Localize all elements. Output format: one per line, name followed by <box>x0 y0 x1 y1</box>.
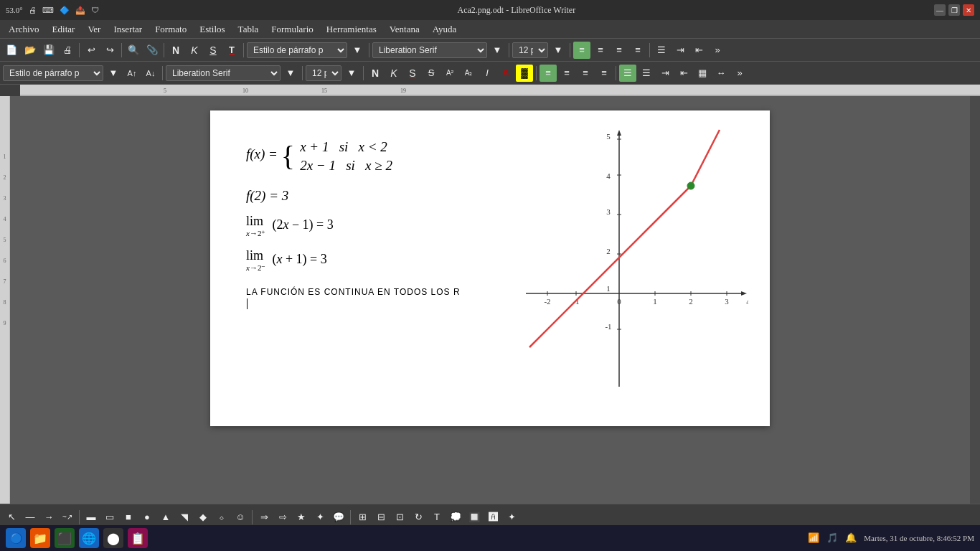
more2-button[interactable]: » <box>731 65 748 82</box>
curve-tool[interactable]: ~↗ <box>59 509 76 526</box>
smiley-tool[interactable]: ☺ <box>232 509 249 526</box>
sub-button[interactable]: A₂ <box>460 65 477 82</box>
col-button[interactable]: ▦ <box>694 65 711 82</box>
triangle-tool[interactable]: ▲ <box>157 509 174 526</box>
menu-ventana[interactable]: Ventana <box>384 22 425 37</box>
align-l2[interactable]: ≡ <box>540 65 557 82</box>
undo-button[interactable]: ↩ <box>83 42 100 59</box>
text-tool[interactable]: T <box>428 509 446 526</box>
menu-editar[interactable]: Editar <box>47 22 81 37</box>
paragraph-style-select[interactable]: Estilo de párrafo p <box>247 42 347 58</box>
font-size-select[interactable]: 12 pt <box>512 42 548 58</box>
align-justify[interactable]: ≡ <box>629 42 646 59</box>
snap-tool[interactable]: ⊞ <box>354 509 371 526</box>
shadow-tool[interactable]: 🔲 <box>466 509 483 526</box>
menu-archivo[interactable]: Archivo <box>3 22 45 37</box>
terminal-icon[interactable]: ⬛ <box>55 528 75 548</box>
font-select[interactable]: Liberation Serif <box>372 42 487 58</box>
strike-button[interactable]: S <box>423 65 440 82</box>
align-c2[interactable]: ≡ <box>558 65 575 82</box>
redo-button[interactable]: ↪ <box>101 42 118 59</box>
canvas-area[interactable]: f(x) = { x + 1 si x < 2 2x − 1 si x ≥ 2 … <box>10 96 970 504</box>
open-button[interactable]: 📂 <box>22 42 39 59</box>
size2-arrow[interactable]: ▼ <box>343 65 360 82</box>
font-size-dn[interactable]: A↓ <box>142 65 159 82</box>
print-button[interactable]: 🖨 <box>59 42 76 59</box>
crop-tool[interactable]: ⊡ <box>391 509 408 526</box>
square-tool[interactable]: ■ <box>120 509 137 526</box>
align-r2[interactable]: ≡ <box>577 65 594 82</box>
indent-button[interactable]: ⇥ <box>672 42 689 59</box>
effect-tool[interactable]: ✦ <box>503 509 520 526</box>
snap2-tool[interactable]: ⊟ <box>372 509 390 526</box>
paragraph-style-select2[interactable]: Estilo de párrafo p <box>3 65 103 81</box>
underline-button[interactable]: S <box>204 42 222 59</box>
arrow3-tool[interactable]: ⇨ <box>274 509 291 526</box>
font-size-up[interactable]: A↑ <box>123 65 141 82</box>
super-button[interactable]: A² <box>441 65 458 82</box>
style-arrow[interactable]: ▼ <box>349 42 366 59</box>
outdent-button[interactable]: ⇤ <box>690 42 707 59</box>
callout-tool[interactable]: 💭 <box>447 509 464 526</box>
rect-fill-tool[interactable]: ▬ <box>83 509 100 526</box>
select-tool[interactable]: ↖ <box>3 509 20 526</box>
bold-button[interactable]: N <box>167 42 184 59</box>
outdent2-button[interactable]: ⇤ <box>675 65 692 82</box>
arrow-tool[interactable]: → <box>40 509 57 526</box>
line-tool[interactable]: — <box>22 509 39 526</box>
maximize-button[interactable]: ❐ <box>948 4 960 16</box>
diamond2-tool[interactable]: ⬦ <box>213 509 230 526</box>
search-button[interactable]: 🔍 <box>125 42 142 59</box>
font-select2[interactable]: Liberation Serif <box>166 65 281 81</box>
rect-tool[interactable]: ▭ <box>101 509 118 526</box>
indent2-button[interactable]: ⇥ <box>656 65 674 82</box>
bold2-button[interactable]: N <box>367 65 384 82</box>
rtriangle-tool[interactable]: ◥ <box>176 509 193 526</box>
menu-formato[interactable]: Formato <box>149 22 192 37</box>
rotate-tool[interactable]: ↻ <box>410 509 427 526</box>
browser-icon[interactable]: 🌐 <box>79 528 99 548</box>
arrow2-tool[interactable]: ⇒ <box>255 509 273 526</box>
menu-ayuda[interactable]: Ayuda <box>427 22 462 37</box>
clip-button[interactable]: 📎 <box>143 42 161 59</box>
list3-button[interactable]: ☰ <box>638 65 655 82</box>
new-button[interactable]: 📄 <box>3 42 20 59</box>
chromium-icon[interactable]: ⬤ <box>103 528 123 548</box>
indent3-button[interactable]: ↔ <box>712 65 730 82</box>
app-icon[interactable]: 📋 <box>128 528 148 548</box>
menu-insertar[interactable]: Insertar <box>108 22 148 37</box>
scroll-bar[interactable] <box>970 96 980 504</box>
under2-button[interactable]: S <box>404 65 421 82</box>
files-icon[interactable]: 📁 <box>30 528 50 548</box>
libreoffice-icon[interactable]: 🔵 <box>6 528 26 548</box>
list-button[interactable]: ☰ <box>653 42 670 59</box>
align-right[interactable]: ≡ <box>611 42 628 59</box>
diamond-tool[interactable]: ◆ <box>194 509 212 526</box>
style2-arrow[interactable]: ▼ <box>105 65 122 82</box>
minimize-button[interactable]: — <box>934 4 946 16</box>
align-center[interactable]: ≡ <box>592 42 609 59</box>
size-arrow[interactable]: ▼ <box>550 42 567 59</box>
menu-tabla[interactable]: Tabla <box>232 22 265 37</box>
stars-tool[interactable]: ✦ <box>311 509 329 526</box>
menu-ver[interactable]: Ver <box>82 22 106 37</box>
more-button[interactable]: » <box>709 42 726 59</box>
special-tool[interactable]: 🅰 <box>484 509 501 526</box>
highlight-button[interactable]: ▓ <box>516 65 533 82</box>
bubble-tool[interactable]: 💬 <box>330 509 347 526</box>
menu-formulario[interactable]: Formulario <box>265 22 319 37</box>
font-color-button[interactable]: A <box>497 65 514 82</box>
menu-herramientas[interactable]: Herramientas <box>321 22 382 37</box>
align-j2[interactable]: ≡ <box>595 65 613 82</box>
italic-button[interactable]: K <box>186 42 203 59</box>
color-button[interactable]: T <box>223 42 240 59</box>
star-tool[interactable]: ★ <box>293 509 310 526</box>
close-button[interactable]: ✕ <box>963 4 974 16</box>
menu-estilos[interactable]: Estilos <box>194 22 230 37</box>
align-left[interactable]: ≡ <box>573 42 590 59</box>
font2-arrow[interactable]: ▼ <box>282 65 299 82</box>
italic2-button[interactable]: K <box>385 65 402 82</box>
list2-button[interactable]: ☰ <box>619 65 636 82</box>
font-size-select2[interactable]: 12 pt <box>306 65 341 81</box>
save-button[interactable]: 💾 <box>40 42 57 59</box>
